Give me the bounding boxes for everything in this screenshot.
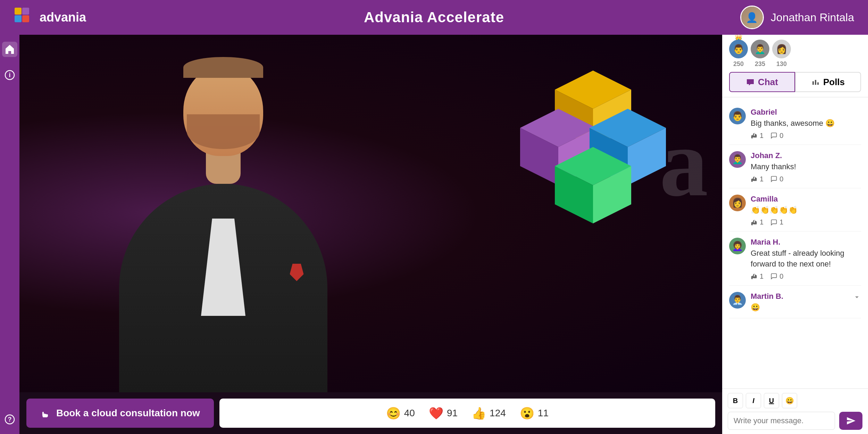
svg-rect-1: [22, 8, 29, 15]
viewer-count-2: 235: [755, 60, 765, 68]
comment-icon-2: [770, 175, 777, 182]
expand-icon[interactable]: [853, 293, 861, 301]
smile-emoji: 😊: [386, 406, 401, 420]
svg-rect-2: [15, 15, 22, 22]
header-title: Advania Accelerate: [364, 9, 504, 26]
cta-button[interactable]: Book a cloud consultation now: [26, 399, 214, 428]
viewer-count-3: 130: [776, 60, 787, 68]
wow-count: 11: [538, 408, 549, 419]
svg-text:i: i: [9, 72, 10, 79]
hand-icon: [40, 408, 51, 419]
polls-icon: [811, 78, 820, 86]
chat-input-area: B I U 😀: [722, 388, 868, 434]
send-icon: [846, 416, 856, 426]
viewer-1: 👑 👨 250: [729, 40, 748, 68]
msg-comment-maria[interactable]: 0: [770, 272, 783, 280]
thumbsup-icon-4: [751, 273, 758, 280]
msg-comment-johan[interactable]: 0: [770, 175, 783, 183]
comment-icon-4: [770, 273, 777, 280]
viewer-count-1: 250: [733, 60, 744, 68]
video-container: a: [19, 35, 722, 392]
reaction-smile[interactable]: 😊 40: [386, 406, 415, 420]
msg-text-gabriel: Big thanks, awesome 😀: [751, 118, 861, 129]
italic-format-btn[interactable]: I: [746, 393, 761, 408]
comment-icon: [770, 132, 777, 139]
msg-avatar-martin: 👨‍💼: [729, 292, 746, 309]
msg-like-johan[interactable]: 1: [751, 175, 763, 183]
thumbsup-icon: [751, 132, 758, 139]
chat-message-1: 👨 Gabriel Big thanks, awesome 😀 1 0: [729, 103, 861, 145]
thumbsup-icon-2: [751, 175, 758, 182]
msg-comment-camilla[interactable]: 1: [770, 218, 783, 226]
comment-icon-3: [770, 219, 777, 226]
msg-author-camilla: Camilla: [751, 195, 861, 204]
heart-count: 91: [447, 408, 458, 419]
video-bottom-bar: Book a cloud consultation now 😊 40 ❤️ 91…: [19, 392, 722, 434]
msg-like-gabriel[interactable]: 1: [751, 132, 763, 140]
reactions-bar: 😊 40 ❤️ 91 👍 124 😮 11: [219, 399, 715, 428]
viewer-avatar-1: 👨: [729, 40, 748, 58]
logo-text: advania: [40, 10, 86, 25]
svg-rect-3: [22, 15, 29, 22]
smile-count: 40: [404, 408, 415, 419]
tab-polls[interactable]: Polls: [795, 72, 861, 92]
chat-message-5: 👨‍💼 Martin B. 😀: [729, 287, 861, 318]
svg-rect-20: [812, 81, 814, 85]
thumbsup-emoji: 👍: [471, 406, 486, 420]
svg-rect-0: [15, 8, 22, 15]
logo[interactable]: advania: [14, 7, 86, 28]
reaction-heart[interactable]: ❤️ 91: [429, 406, 458, 420]
msg-like-maria[interactable]: 1: [751, 272, 763, 280]
bold-format-btn[interactable]: B: [728, 393, 743, 408]
sidebar-help[interactable]: ?: [2, 412, 17, 427]
send-button[interactable]: [839, 412, 862, 430]
sidebar-info[interactable]: i: [2, 67, 17, 83]
msg-text-maria: Great stuff - already looking forward to…: [751, 248, 861, 270]
chat-message-4: 👩‍🦱 Maria H. Great stuff - already looki…: [729, 233, 861, 286]
avatar: 👤: [740, 6, 764, 29]
msg-comment-gabriel[interactable]: 0: [770, 132, 783, 140]
user-profile[interactable]: 👤 Jonathan Rintala: [740, 6, 854, 29]
svg-rect-21: [815, 80, 816, 85]
msg-author-maria: Maria H.: [751, 238, 861, 247]
video-section: a Book a cloud consultation now 😊 40 ❤️ …: [19, 35, 722, 434]
msg-avatar-maria: 👩‍🦱: [729, 238, 746, 254]
reaction-thumbsup[interactable]: 👍 124: [471, 406, 506, 420]
thumbsup-icon-3: [751, 219, 758, 226]
emoji-format-btn[interactable]: 😀: [782, 393, 797, 408]
msg-author-gabriel: Gabriel: [751, 108, 861, 117]
heart-emoji: ❤️: [429, 406, 443, 420]
reaction-wow[interactable]: 😮 11: [520, 406, 549, 420]
svg-rect-22: [817, 82, 819, 85]
msg-avatar-camilla: 👩: [729, 195, 746, 211]
chat-top: 👑 👨 250 👨‍🦱 235 👩 130: [722, 35, 868, 97]
viewer-3: 👩 130: [772, 40, 791, 68]
format-bar: B I U 😀: [728, 393, 862, 408]
viewer-avatar-3: 👩: [772, 40, 791, 58]
main-layout: i ?: [0, 35, 868, 434]
chat-icon: [746, 78, 754, 86]
thumbsup-count: 124: [490, 408, 506, 419]
video-placeholder: a: [19, 35, 722, 392]
sidebar-home[interactable]: [2, 42, 17, 57]
sidebar: i ?: [0, 35, 19, 434]
msg-text-camilla: 👏👏👏👏👏: [751, 205, 861, 216]
chat-message-2: 👨‍🦱 Johan Z. Many thanks! 1 0: [729, 146, 861, 188]
viewer-avatars: 👑 👨 250 👨‍🦱 235 👩 130: [729, 40, 861, 68]
tab-chat[interactable]: Chat: [729, 72, 795, 92]
msg-author-martin: Martin B.: [751, 292, 783, 301]
chat-messages: 👨 Gabriel Big thanks, awesome 😀 1 0: [722, 97, 868, 388]
user-name: Jonathan Rintala: [771, 11, 854, 24]
msg-text-martin: 😀: [751, 302, 861, 313]
chat-panel: 👑 👨 250 👨‍🦱 235 👩 130: [722, 35, 868, 434]
msg-like-camilla[interactable]: 1: [751, 218, 763, 226]
brand-logo-3d: [520, 71, 666, 244]
cta-label: Book a cloud consultation now: [56, 408, 200, 419]
header: advania Advania Accelerate 👤 Jonathan Ri…: [0, 0, 868, 35]
underline-format-btn[interactable]: U: [764, 393, 779, 408]
chat-input-row: [728, 412, 862, 430]
chat-input[interactable]: [728, 412, 835, 430]
msg-avatar-johan: 👨‍🦱: [729, 151, 746, 168]
tab-buttons: Chat Polls: [729, 72, 861, 92]
svg-text:?: ?: [8, 416, 12, 423]
